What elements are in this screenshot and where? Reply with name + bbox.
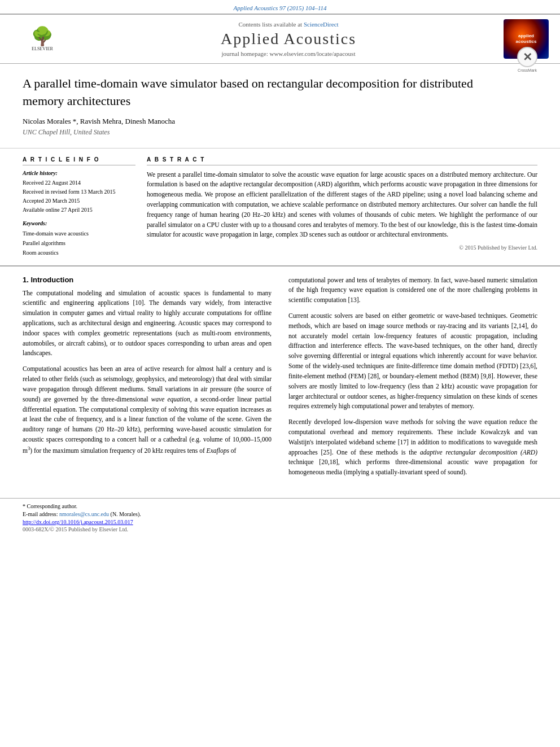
crossmark-text: CrossMark: [518, 68, 537, 72]
article-title: A parallel time-domain wave simulator ba…: [23, 75, 517, 110]
abstract-heading: A B S T R A C T: [147, 156, 537, 165]
journal-reference: Applied Acoustics 97 (2015) 104–114: [0, 0, 560, 14]
crossmark-badge[interactable]: ✕ CrossMark: [517, 47, 537, 72]
article-info-col: A R T I C L E I N F O Article history: R…: [23, 156, 135, 257]
received-text: Received 22 August 2014: [23, 180, 81, 186]
keywords-label-text: Keywords:: [23, 220, 47, 226]
body-left-col: 1. Introduction The computational modeli…: [23, 276, 272, 483]
contents-line: Contents lists available at ScienceDirec…: [73, 21, 504, 28]
abstract-heading-text: A B S T R A C T: [147, 156, 205, 163]
section1-title: 1. Introduction: [23, 276, 272, 284]
doi-link[interactable]: http://dx.doi.org/10.1016/j.apacoust.201…: [23, 519, 133, 525]
corresponding-label: * Corresponding author.: [23, 503, 77, 509]
elsevier-logo: 🌳 ELSEVIER: [11, 27, 73, 51]
journal-logo-text: appliedacoustics: [516, 33, 537, 44]
article-dates: Received 22 August 2014 Received in revi…: [23, 178, 135, 215]
doi-line[interactable]: http://dx.doi.org/10.1016/j.apacoust.201…: [23, 519, 537, 525]
page-container: Applied Acoustics 97 (2015) 104–114 🌳 EL…: [0, 0, 560, 537]
keyword-2: Parallel algorithms: [23, 238, 135, 248]
abstract-body: We present a parallel time-domain simula…: [147, 170, 537, 241]
abstract-text-content: We present a parallel time-domain simula…: [147, 171, 537, 238]
keywords-list: Time-domain wave acoustics Parallel algo…: [23, 229, 135, 257]
keyword-3-text: Room acoustics: [23, 250, 59, 256]
journal-center: Contents lists available at ScienceDirec…: [73, 21, 504, 57]
received-date: Received 22 August 2014: [23, 178, 135, 187]
elsevier-tree-icon: 🌳: [31, 27, 54, 45]
email-label: E-mail address:: [23, 511, 58, 517]
keyword-1: Time-domain wave acoustics: [23, 229, 135, 238]
crossmark-circle: ✕: [517, 47, 537, 67]
keyword-2-text: Parallel algorithms: [23, 240, 65, 246]
right-paragraph-1-text: computational power and tens of terabyte…: [288, 277, 537, 304]
homepage-line: journal homepage: www.elsevier.com/locat…: [73, 50, 504, 57]
copyright-text: © 2015 Published by Elsevier Ltd.: [459, 244, 537, 251]
accepted-text: Accepted 20 March 2015: [23, 198, 80, 204]
section1-title-text: 1. Introduction: [23, 276, 73, 284]
issn-line: 0003-682X/© 2015 Published by Elsevier L…: [23, 526, 537, 532]
article-info-heading-text: A R T I C L E I N F O: [23, 156, 99, 163]
available-text: Available online 27 April 2015: [23, 207, 93, 213]
revised-text: Received in revised form 13 March 2015: [23, 189, 115, 195]
article-body: 1. Introduction The computational modeli…: [0, 267, 560, 492]
history-label-text: Article history:: [23, 170, 58, 176]
abstract-col: A B S T R A C T We present a parallel ti…: [147, 156, 537, 257]
keyword-1-text: Time-domain wave acoustics: [23, 230, 89, 237]
email-text: nmorales@cs.unc.edu: [59, 511, 109, 517]
body-paragraph-1: The computational modeling and simulatio…: [23, 289, 272, 359]
doi-text: http://dx.doi.org/10.1016/j.apacoust.201…: [23, 519, 133, 525]
accepted-date: Accepted 20 March 2015: [23, 196, 135, 206]
body-right-col: computational power and tens of terabyte…: [288, 276, 537, 483]
exaflops-italic: Exaflops: [207, 447, 229, 454]
contents-text: Contents lists available at: [238, 21, 302, 28]
email-suffix: (N. Morales).: [111, 511, 141, 517]
keyword-3: Room acoustics: [23, 248, 135, 257]
available-date: Available online 27 April 2015: [23, 206, 135, 215]
elsevier-tagline: ELSEVIER: [32, 46, 53, 51]
body-paragraph-2: Computational acoustics has been an area…: [23, 364, 272, 456]
article-title-text: A parallel time-domain wave simulator ba…: [23, 76, 473, 108]
affiliation-line: UNC Chapel Hill, United States: [23, 128, 537, 137]
info-abstract-section: A R T I C L E I N F O Article history: R…: [0, 148, 560, 267]
email-link[interactable]: nmorales@cs.unc.edu: [59, 511, 109, 517]
journal-header: 🌳 ELSEVIER Contents lists available at S…: [0, 14, 560, 64]
article-info-heading: A R T I C L E I N F O: [23, 156, 135, 165]
crossmark-x-icon: ✕: [523, 50, 532, 64]
journal-reference-text: Applied Acoustics 97 (2015) 104–114: [233, 5, 326, 11]
right-paragraph-1: computational power and tens of terabyte…: [288, 276, 537, 305]
journal-title-text: Applied Acoustics: [221, 30, 356, 47]
copyright-line: © 2015 Published by Elsevier Ltd.: [147, 244, 537, 251]
sciencedirect-text: ScienceDirect: [304, 21, 339, 28]
article-history-label: Article history:: [23, 170, 135, 176]
crossmark-label: CrossMark: [518, 68, 537, 72]
sciencedirect-link[interactable]: ScienceDirect: [304, 21, 339, 28]
issn-text: 0003-682X/© 2015 Published by Elsevier L…: [23, 526, 128, 532]
journal-title: Applied Acoustics: [73, 30, 504, 48]
email-line: E-mail address: nmorales@cs.unc.edu (N. …: [23, 511, 537, 517]
homepage-text: journal homepage: www.elsevier.com/locat…: [222, 50, 356, 57]
revised-date: Received in revised form 13 March 2015: [23, 187, 135, 196]
body-paragraph-1-text: The computational modeling and simulatio…: [23, 290, 272, 357]
article-footer: * Corresponding author. E-mail address: …: [0, 498, 560, 537]
ard-italic: adaptive rectangular decomposition (ARD): [420, 449, 537, 456]
wave-equation-italic: wave equation: [151, 396, 190, 403]
right-paragraph-2: Current acoustic solvers are based on ei…: [288, 311, 537, 412]
keywords-label: Keywords:: [23, 220, 135, 226]
right-paragraph-3: Recently developed low-dispersion wave m…: [288, 417, 537, 478]
authors-text: Nicolas Morales *, Ravish Mehra, Dinesh …: [23, 117, 175, 125]
article-header: A parallel time-domain wave simulator ba…: [0, 64, 560, 148]
corresponding-author: * Corresponding author.: [23, 503, 537, 509]
affiliation-text: UNC Chapel Hill, United States: [23, 128, 110, 136]
authors-line: Nicolas Morales *, Ravish Mehra, Dinesh …: [23, 117, 537, 126]
